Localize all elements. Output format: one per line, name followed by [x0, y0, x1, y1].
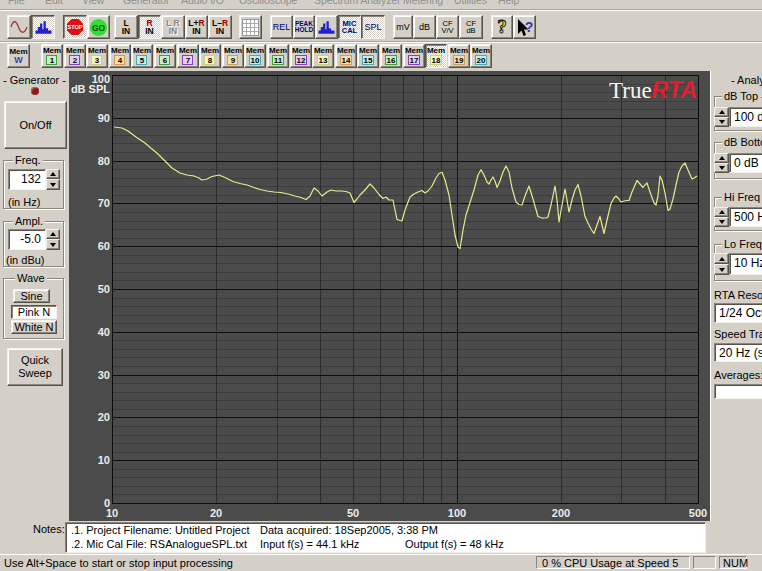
svg-text:STOP: STOP [67, 24, 82, 30]
svg-text:?: ? [497, 17, 507, 37]
svg-text:GO: GO [92, 23, 106, 33]
svg-text:?: ? [525, 19, 534, 35]
